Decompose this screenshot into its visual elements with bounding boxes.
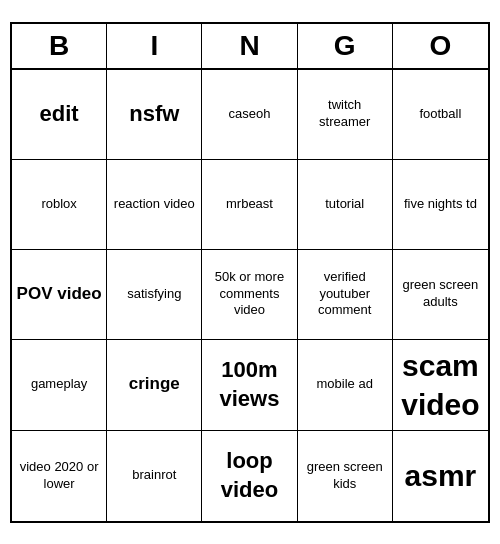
bingo-cell: 50k or more comments video: [202, 250, 297, 340]
bingo-cell: nsfw: [107, 70, 202, 160]
bingo-header-letter: B: [12, 24, 107, 68]
bingo-cell: roblox: [12, 160, 107, 250]
bingo-header-letter: I: [107, 24, 202, 68]
bingo-header: BINGO: [12, 24, 488, 70]
bingo-cell: gameplay: [12, 340, 107, 431]
bingo-cell: mrbeast: [202, 160, 297, 250]
bingo-cell: reaction video: [107, 160, 202, 250]
bingo-cell: cringe: [107, 340, 202, 431]
bingo-cell: POV video: [12, 250, 107, 340]
bingo-cell: video 2020 or lower: [12, 431, 107, 521]
bingo-cell: satisfying: [107, 250, 202, 340]
bingo-cell: loop video: [202, 431, 297, 521]
bingo-cell: brainrot: [107, 431, 202, 521]
bingo-cell: mobile ad: [298, 340, 393, 431]
bingo-grid: editnsfwcaseohtwitch streamerfootballrob…: [12, 70, 488, 521]
bingo-cell: verified youtuber comment: [298, 250, 393, 340]
bingo-cell: edit: [12, 70, 107, 160]
bingo-cell: caseoh: [202, 70, 297, 160]
bingo-cell: 100m views: [202, 340, 297, 431]
bingo-card: BINGO editnsfwcaseohtwitch streamerfootb…: [10, 22, 490, 523]
bingo-cell: twitch streamer: [298, 70, 393, 160]
bingo-cell: scam video: [393, 340, 488, 431]
bingo-cell: asmr: [393, 431, 488, 521]
bingo-header-letter: O: [393, 24, 488, 68]
bingo-cell: green screen kids: [298, 431, 393, 521]
bingo-header-letter: N: [202, 24, 297, 68]
bingo-cell: football: [393, 70, 488, 160]
bingo-cell: tutorial: [298, 160, 393, 250]
bingo-cell: green screen adults: [393, 250, 488, 340]
bingo-header-letter: G: [298, 24, 393, 68]
bingo-cell: five nights td: [393, 160, 488, 250]
